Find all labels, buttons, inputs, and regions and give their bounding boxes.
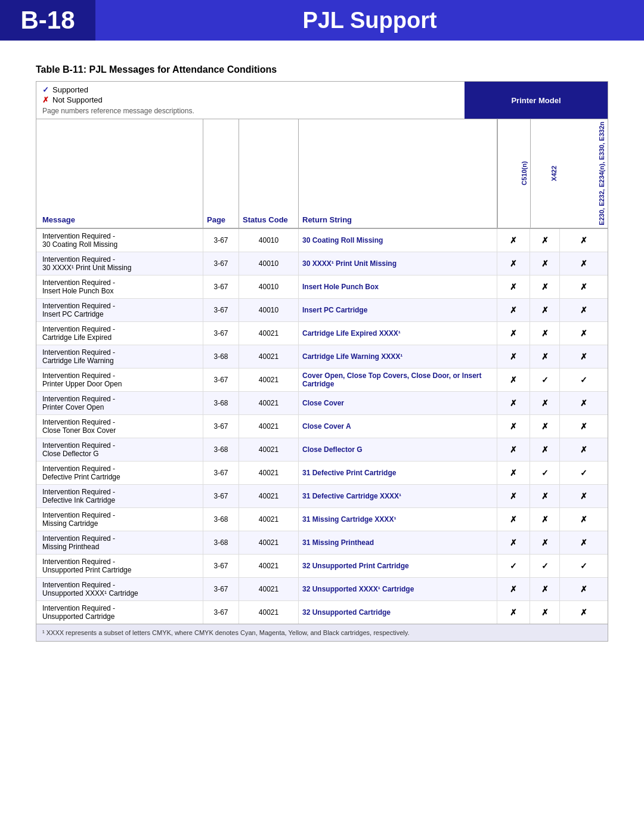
x-symbol: ✗ — [510, 375, 517, 385]
page-header: B-18 PJL Support — [0, 0, 644, 41]
x-symbol: ✗ — [510, 538, 517, 547]
cell-page: 3-67 — [203, 229, 239, 252]
cell-x422: ✗ — [530, 531, 560, 554]
x-symbol: ✗ — [580, 282, 587, 292]
x-symbol: ✗ — [541, 491, 549, 501]
x-symbol: ✗ — [580, 305, 587, 315]
cell-e230: ✓ — [560, 555, 608, 577]
x-symbol: ✗ — [541, 282, 549, 292]
cell-e230: ✗ — [560, 601, 608, 624]
legend-left: ✓ Supported ✗ Not Supported Page numbers… — [36, 82, 465, 119]
cell-message: Intervention Required -Defective Print C… — [36, 462, 203, 484]
cell-message: Intervention Required -Cartridge Life Ex… — [36, 322, 203, 345]
cell-return-string: Cartridge Life Warning XXXX¹ — [299, 345, 497, 368]
cell-page: 3-67 — [203, 462, 239, 484]
cell-status-code: 40021 — [239, 508, 299, 531]
cell-message: Intervention Required -Insert Hole Punch… — [36, 275, 203, 298]
cell-c510n: ✗ — [497, 229, 530, 252]
cell-page: 3-68 — [203, 508, 239, 531]
x-symbol: ✗ — [510, 515, 517, 524]
x-symbol: ✗ — [510, 445, 517, 454]
cell-message: Intervention Required -Unsupported Print… — [36, 555, 203, 577]
cell-return-string: Close Cover A — [299, 415, 497, 438]
cell-message: Intervention Required -Close Deflector G — [36, 438, 203, 461]
table-row: Intervention Required -Printer Cover Ope… — [36, 392, 608, 415]
cell-status-code: 40021 — [239, 322, 299, 345]
check-icon: ✓ — [42, 85, 49, 94]
legend-not-supported-label: Not Supported — [52, 95, 103, 104]
cell-x422: ✗ — [530, 229, 560, 252]
col-header-status: Status Code — [239, 119, 299, 228]
x-symbol: ✗ — [580, 538, 587, 547]
cell-c510n: ✗ — [497, 601, 530, 624]
cell-return-string: Insert Hole Punch Box — [299, 275, 497, 298]
cell-e230: ✗ — [560, 299, 608, 321]
cell-status-code: 40021 — [239, 438, 299, 461]
x-symbol: ✗ — [541, 259, 549, 268]
cell-status-code: 40010 — [239, 229, 299, 252]
cell-message: Intervention Required -Unsupported XXXX¹… — [36, 578, 203, 600]
cell-return-string: 31 Defective Print Cartridge — [299, 462, 497, 484]
cell-status-code: 40010 — [239, 252, 299, 275]
cell-x422: ✗ — [530, 578, 560, 600]
main-table: ✓ Supported ✗ Not Supported Page numbers… — [36, 81, 608, 642]
table-row: Intervention Required -Defective Print C… — [36, 462, 608, 485]
cell-status-code: 40010 — [239, 275, 299, 298]
cell-status-code: 40010 — [239, 299, 299, 321]
cell-e230: ✗ — [560, 415, 608, 438]
cell-x422: ✓ — [530, 462, 560, 484]
table-row: Intervention Required -Defective Ink Car… — [36, 485, 608, 508]
x-symbol: ✗ — [541, 398, 549, 408]
x-symbol: ✗ — [580, 352, 587, 361]
cell-page: 3-67 — [203, 299, 239, 321]
cell-status-code: 40021 — [239, 392, 299, 414]
x-symbol: ✗ — [580, 398, 587, 408]
cell-e230: ✗ — [560, 345, 608, 368]
cell-c510n: ✗ — [497, 438, 530, 461]
cell-x422: ✓ — [530, 555, 560, 577]
cell-status-code: 40021 — [239, 345, 299, 368]
cell-return-string: Cartridge Life Expired XXXX¹ — [299, 322, 497, 345]
x-symbol: ✗ — [580, 422, 587, 431]
table-row: Intervention Required -Missing Cartridge… — [36, 508, 608, 531]
cell-message: Intervention Required -Close Toner Box C… — [36, 415, 203, 438]
cell-c510n: ✗ — [497, 345, 530, 368]
x-symbol: ✗ — [541, 445, 549, 454]
cell-e230: ✗ — [560, 252, 608, 275]
cell-page: 3-68 — [203, 345, 239, 368]
x-symbol: ✗ — [510, 282, 517, 292]
check-symbol: ✓ — [541, 561, 549, 571]
x-symbol: ✗ — [510, 352, 517, 361]
cell-c510n: ✗ — [497, 392, 530, 414]
cell-page: 3-68 — [203, 531, 239, 554]
cell-return-string: 31 Missing Cartridge XXXX¹ — [299, 508, 497, 531]
cell-e230: ✗ — [560, 578, 608, 600]
cell-c510n: ✗ — [497, 578, 530, 600]
cell-x422: ✗ — [530, 415, 560, 438]
table-row: Intervention Required -Cartridge Life Ex… — [36, 322, 608, 345]
cell-c510n: ✗ — [497, 415, 530, 438]
table-row: Intervention Required -Insert PC Cartrid… — [36, 299, 608, 322]
table-row: Intervention Required -Close Toner Box C… — [36, 415, 608, 438]
x-symbol: ✗ — [580, 329, 587, 338]
cell-page: 3-67 — [203, 578, 239, 600]
cell-return-string: 32 Unsupported XXXX¹ Cartridge — [299, 578, 497, 600]
cell-return-string: 32 Unsupported Cartridge — [299, 601, 497, 624]
cell-x422: ✗ — [530, 299, 560, 321]
check-symbol: ✓ — [510, 561, 517, 571]
column-headers: Message Page Status Code Return String C… — [36, 119, 608, 229]
col-header-message: Message — [36, 119, 203, 228]
table-title: Table B-11: PJL Messages for Attendance … — [36, 64, 608, 75]
table-row: Intervention Required -Insert Hole Punch… — [36, 275, 608, 299]
page-title: PJL Support — [95, 0, 644, 41]
cell-x422: ✗ — [530, 601, 560, 624]
table-row: Intervention Required -Cartridge Life Wa… — [36, 345, 608, 368]
cell-message: Intervention Required -Defective Ink Car… — [36, 485, 203, 507]
x-symbol: ✗ — [541, 608, 549, 617]
cell-c510n: ✓ — [497, 555, 530, 577]
check-symbol: ✓ — [541, 468, 549, 478]
cell-c510n: ✗ — [497, 275, 530, 298]
table-footer-note: ¹ XXXX represents a subset of letters CM… — [36, 624, 608, 641]
cell-e230: ✗ — [560, 508, 608, 531]
x-symbol: ✗ — [541, 422, 549, 431]
